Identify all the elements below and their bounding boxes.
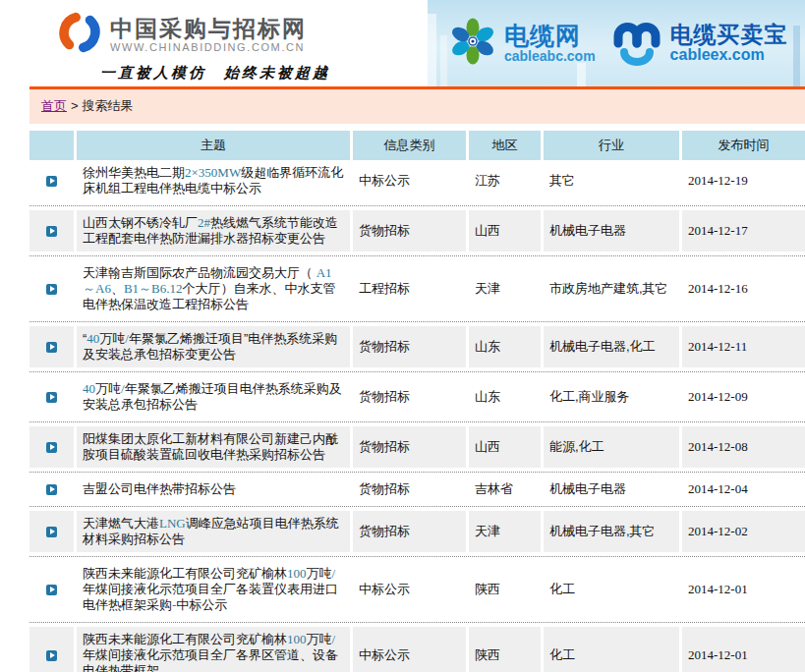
doc-arrow-icon bbox=[46, 585, 57, 595]
banner-deco-bar bbox=[793, 26, 800, 86]
breadcrumb: 首页>搜索结果 bbox=[29, 86, 805, 124]
row-region: 陕西 bbox=[469, 627, 544, 672]
results-table: 主题 信息类别 地区 行业 发布时间 徐州华美热电二期2×350MW级超临界循环… bbox=[29, 131, 805, 672]
doc-arrow-icon bbox=[46, 284, 57, 295]
row-icon-cell bbox=[29, 476, 77, 502]
row-category: 货物招标 bbox=[353, 476, 469, 502]
row-title-link[interactable]: 徐州华美热电二期2×350MW级超临界循环流化床机组工程电伴热电缆中标公示 bbox=[83, 165, 344, 196]
doc-arrow-icon bbox=[46, 442, 57, 453]
table-row: “40万吨/年聚氯乙烯搬迁项目”电伴热系统采购及安装总承包招标变更公告 货物招标… bbox=[29, 326, 805, 367]
row-date: 2014-12-09 bbox=[682, 376, 805, 418]
row-icon-cell bbox=[29, 210, 77, 252]
row-separator bbox=[29, 622, 805, 623]
row-subject-cell: 天津燃气大港LNG调峰应急站项目电伴热系统材料采购招标公告 bbox=[77, 511, 353, 552]
column-header-icon bbox=[29, 131, 77, 160]
table-row: 徐州华美热电二期2×350MW级超临界循环流化床机组工程电伴热电缆中标公示 中标… bbox=[29, 160, 805, 201]
row-separator bbox=[29, 556, 805, 557]
row-region: 陕西 bbox=[469, 561, 544, 618]
row-subject-cell: 陕西未来能源化工有限公司兖矿榆林100万吨/年煤间接液化示范项目全厂各界区管道、… bbox=[77, 627, 353, 672]
row-date: 2014-12-16 bbox=[682, 260, 805, 317]
row-separator bbox=[29, 506, 805, 507]
row-date: 2014-12-19 bbox=[682, 160, 805, 201]
row-separator bbox=[29, 205, 805, 206]
doc-arrow-icon bbox=[46, 342, 57, 353]
row-industry: 化工 bbox=[544, 561, 682, 618]
doc-arrow-icon bbox=[46, 226, 57, 237]
banner-deco-bar bbox=[577, 63, 586, 86]
doc-arrow-icon bbox=[46, 176, 57, 187]
row-icon-cell bbox=[29, 426, 77, 468]
row-icon-cell bbox=[29, 627, 77, 672]
row-industry: 能源,化工 bbox=[544, 426, 682, 468]
row-title-link[interactable]: 天津翰吉斯国际农产品物流园交易大厅（ A1～A6、B1～B6.12个大厅）自来水… bbox=[83, 265, 344, 312]
table-header-row: 主题 信息类别 地区 行业 发布时间 bbox=[29, 131, 805, 160]
row-title-link[interactable]: 天津燃气大港LNG调峰应急站项目电伴热系统材料采购招标公告 bbox=[83, 516, 344, 547]
row-subject-cell: 吉盟公司电伴热带招标公告 bbox=[77, 476, 353, 502]
row-date: 2014-12-08 bbox=[682, 426, 805, 468]
table-row: 阳煤集团太原化工新材料有限公司新建己内酰胺项目硫酸装置硫回收电伴热采购招标公告 … bbox=[29, 426, 805, 468]
page-header: 中国采购与招标网 WWW.CHINABIDDING.COM.CN 一直被人模仿 … bbox=[0, 0, 805, 86]
table-row: 陕西未来能源化工有限公司兖矿榆林100万吨/年煤间接液化示范项目全厂各装置仪表用… bbox=[29, 561, 805, 618]
row-date: 2014-12-01 bbox=[682, 561, 805, 618]
row-category: 货物招标 bbox=[353, 426, 469, 468]
table-row: 吉盟公司电伴热带招标公告 货物招标 吉林省 机械电子电器 2014-12-04 bbox=[29, 476, 805, 502]
partner-domain: cableex.com bbox=[670, 46, 788, 64]
banner-deco-bar bbox=[440, 35, 447, 86]
row-category: 货物招标 bbox=[353, 376, 469, 418]
row-region: 山东 bbox=[469, 376, 544, 418]
row-region: 天津 bbox=[469, 511, 544, 552]
row-title-link[interactable]: “40万吨/年聚氯乙烯搬迁项目”电伴热系统采购及安装总承包招标变更公告 bbox=[83, 331, 344, 363]
row-icon-cell bbox=[29, 260, 77, 317]
row-title-link[interactable]: 吉盟公司电伴热带招标公告 bbox=[83, 481, 236, 497]
row-category: 货物招标 bbox=[353, 326, 469, 367]
row-separator bbox=[29, 255, 805, 256]
row-title-link[interactable]: 阳煤集团太原化工新材料有限公司新建己内酰胺项目硫酸装置硫回收电伴热采购招标公告 bbox=[83, 431, 344, 463]
row-region: 江苏 bbox=[469, 160, 544, 201]
banner-deco-bar bbox=[428, 14, 436, 86]
partner-cableex-logo[interactable]: 电缆买卖宝 cableex.com bbox=[609, 17, 788, 70]
row-industry: 其它 bbox=[544, 160, 682, 201]
row-category: 中标公示 bbox=[353, 627, 469, 672]
row-subject-cell: 陕西未来能源化工有限公司兖矿榆林100万吨/年煤间接液化示范项目全厂各装置仪表用… bbox=[77, 561, 353, 618]
row-category: 货物招标 bbox=[353, 511, 469, 552]
row-date: 2014-12-02 bbox=[682, 511, 805, 552]
row-region: 山西 bbox=[469, 210, 544, 252]
breadcrumb-home-link[interactable]: 首页 bbox=[41, 98, 67, 113]
breadcrumb-current: 搜索结果 bbox=[83, 98, 134, 113]
row-industry: 化工,商业服务 bbox=[544, 376, 682, 418]
column-header-region: 地区 bbox=[469, 131, 544, 160]
doc-arrow-icon bbox=[46, 484, 57, 495]
row-region: 山西 bbox=[469, 426, 544, 468]
row-icon-cell bbox=[29, 561, 77, 618]
partner-cableabc-logo[interactable]: 电缆网 cableabc.com bbox=[447, 16, 596, 71]
breadcrumb-separator: > bbox=[71, 98, 79, 113]
site-logo[interactable]: 中国采购与招标网 WWW.CHINABIDDING.COM.CN 一直被人模仿 … bbox=[57, 10, 330, 83]
row-title-link[interactable]: 陕西未来能源化工有限公司兖矿榆林100万吨/年煤间接液化示范项目全厂各界区管道、… bbox=[83, 632, 344, 672]
row-region: 山东 bbox=[469, 326, 544, 367]
partner-domain: cableabc.com bbox=[504, 48, 596, 64]
row-separator bbox=[29, 472, 805, 473]
table-row: 天津燃气大港LNG调峰应急站项目电伴热系统材料采购招标公告 货物招标 天津 机械… bbox=[29, 511, 805, 552]
flower-icon bbox=[447, 16, 498, 71]
site-name: 中国采购与招标网 bbox=[110, 16, 307, 41]
row-icon-cell bbox=[29, 160, 77, 201]
row-separator bbox=[29, 421, 805, 422]
doc-arrow-icon bbox=[46, 392, 57, 403]
row-category: 工程招标 bbox=[353, 260, 469, 317]
column-header-industry: 行业 bbox=[544, 131, 682, 160]
row-industry: 机械电子电器,化工 bbox=[544, 326, 682, 367]
row-icon-cell bbox=[29, 326, 77, 367]
row-separator bbox=[29, 371, 805, 372]
row-title-link[interactable]: 陕西未来能源化工有限公司兖矿榆林100万吨/年煤间接液化示范项目全厂各装置仪表用… bbox=[83, 566, 344, 613]
table-row: 山西太钢不锈冷轧厂2#热线燃气系统节能改造工程配套电伴热防泄漏排水器招标变更公告… bbox=[29, 210, 805, 252]
site-slogan: 一直被人模仿 始终未被超越 bbox=[100, 64, 330, 83]
partner-banner: 电缆网 cableabc.com 电缆买卖宝 cableex.com bbox=[428, 0, 805, 86]
table-row: 天津翰吉斯国际农产品物流园交易大厅（ A1～A6、B1～B6.12个大厅）自来水… bbox=[29, 260, 805, 317]
chinabidding-swirl-icon bbox=[57, 10, 102, 59]
row-subject-cell: 40万吨/年聚氯乙烯搬迁项目电伴热系统采购及安装总承包招标公告 bbox=[77, 376, 353, 418]
doc-arrow-icon bbox=[46, 650, 57, 661]
row-title-link[interactable]: 40万吨/年聚氯乙烯搬迁项目电伴热系统采购及安装总承包招标公告 bbox=[83, 381, 344, 413]
row-industry: 机械电子电器,其它 bbox=[544, 511, 682, 552]
row-date: 2014-12-17 bbox=[682, 210, 805, 252]
row-title-link[interactable]: 山西太钢不锈冷轧厂2#热线燃气系统节能改造工程配套电伴热防泄漏排水器招标变更公告 bbox=[83, 215, 344, 247]
